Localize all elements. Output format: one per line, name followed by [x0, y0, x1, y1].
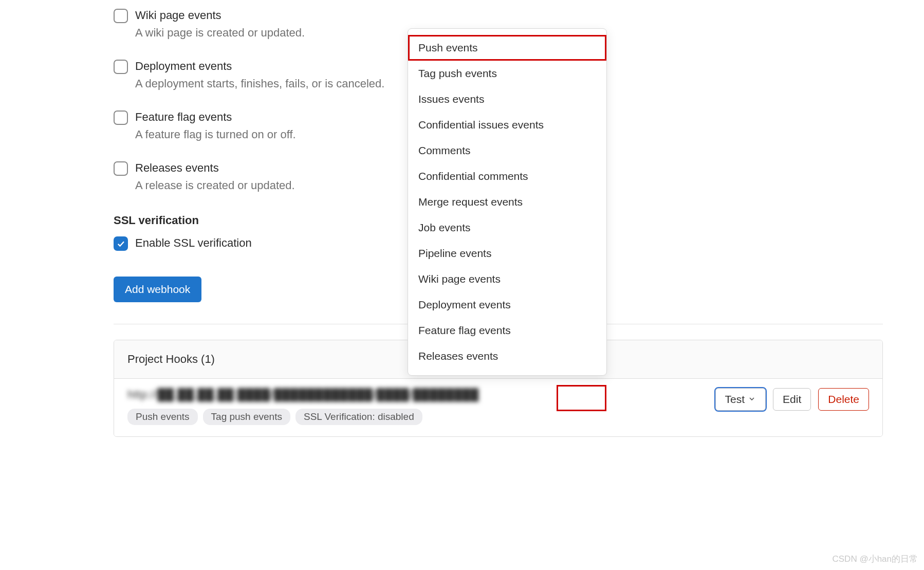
checkbox-feature-flag-events[interactable]: [114, 111, 128, 125]
dropdown-item-wiki-page-events[interactable]: Wiki page events: [408, 266, 606, 292]
dropdown-item-releases-events[interactable]: Releases events: [408, 343, 606, 369]
dropdown-item-deployment-events[interactable]: Deployment events: [408, 292, 606, 318]
webhook-url: http://██.██.██.██:████/████████████/███…: [127, 388, 705, 401]
checkbox-deployment-events[interactable]: [114, 60, 128, 74]
test-dropdown-menu: Push events Tag push events Issues event…: [408, 28, 607, 376]
trigger-desc: A release is created or updated.: [135, 178, 295, 193]
dropdown-item-confidential-comments[interactable]: Confidential comments: [408, 163, 606, 189]
dropdown-item-job-events[interactable]: Job events: [408, 215, 606, 241]
trigger-desc: A wiki page is created or updated.: [135, 25, 305, 41]
badge-tag-push-events: Tag push events: [203, 409, 290, 425]
dropdown-item-comments[interactable]: Comments: [408, 138, 606, 163]
dropdown-item-pipeline-events[interactable]: Pipeline events: [408, 241, 606, 266]
watermark: CSDN @小han的日常: [832, 553, 918, 565]
test-button-label: Test: [725, 393, 745, 406]
checkbox-enable-ssl-verification[interactable]: [114, 236, 128, 251]
badge-push-events: Push events: [127, 409, 198, 425]
trigger-desc: A feature flag is turned on or off.: [135, 127, 296, 142]
test-button[interactable]: Test: [715, 388, 766, 411]
webhook-badges: Push events Tag push events SSL Verifica…: [127, 409, 705, 425]
dropdown-item-issues-events[interactable]: Issues events: [408, 86, 606, 112]
add-webhook-button[interactable]: Add webhook: [114, 277, 201, 302]
checkbox-releases-events[interactable]: [114, 161, 128, 176]
chevron-down-icon: [748, 393, 756, 406]
checkbox-wiki-page-events[interactable]: [114, 9, 128, 23]
dropdown-item-tag-push-events[interactable]: Tag push events: [408, 61, 606, 86]
ssl-label: Enable SSL verification: [135, 235, 252, 251]
edit-button[interactable]: Edit: [773, 388, 811, 411]
dropdown-item-confidential-issues-events[interactable]: Confidential issues events: [408, 112, 606, 138]
dropdown-item-feature-flag-events[interactable]: Feature flag events: [408, 318, 606, 343]
dropdown-item-push-events[interactable]: Push events: [408, 35, 606, 61]
dropdown-item-merge-request-events[interactable]: Merge request events: [408, 189, 606, 215]
badge-ssl-verification-disabled: SSL Verification: disabled: [295, 409, 422, 425]
trigger-label: Deployment events: [135, 59, 384, 74]
trigger-label: Releases events: [135, 160, 295, 176]
trigger-desc: A deployment starts, finishes, fails, or…: [135, 76, 384, 91]
trigger-label: Wiki page events: [135, 8, 305, 23]
delete-button[interactable]: Delete: [818, 388, 869, 411]
trigger-label: Feature flag events: [135, 109, 296, 125]
